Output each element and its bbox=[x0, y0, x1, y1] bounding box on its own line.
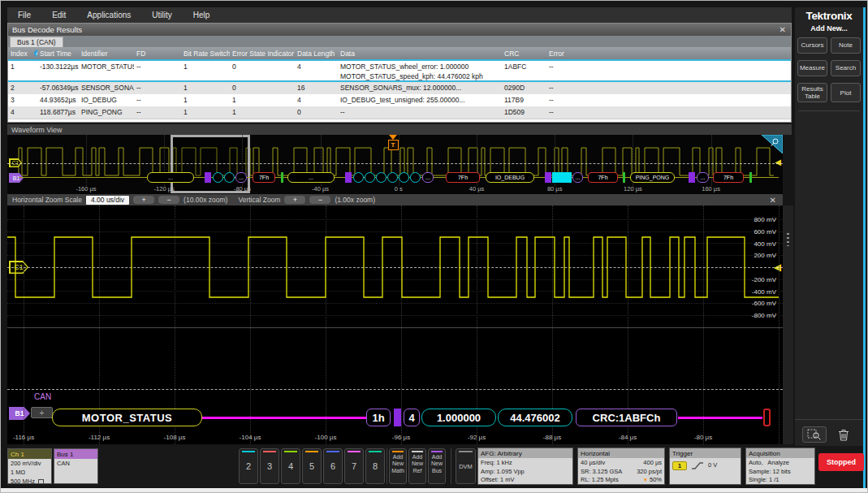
close-icon[interactable]: ✕ bbox=[779, 26, 786, 34]
grid-line bbox=[86, 135, 87, 186]
overview-packet-7fh: 7Fh bbox=[713, 172, 744, 183]
table-row[interactable] bbox=[8, 119, 791, 123]
channel-6-button[interactable]: 6 bbox=[323, 448, 343, 484]
overview-packet-segment bbox=[399, 172, 409, 183]
zoom-close-icon[interactable]: ✕ bbox=[770, 196, 776, 205]
menu-applications[interactable]: Applications bbox=[76, 7, 141, 23]
plot-button[interactable]: Plot bbox=[831, 83, 861, 102]
screen-edge-accent bbox=[863, 7, 866, 488]
trash-icon[interactable] bbox=[831, 426, 856, 443]
channel-color-stripe bbox=[348, 451, 361, 452]
channel-8-button[interactable]: 8 bbox=[365, 448, 385, 484]
overview-packet-segment bbox=[353, 172, 364, 183]
channel-7-button[interactable]: 7 bbox=[344, 448, 364, 484]
channel1-card[interactable]: Ch 1 200 mV/div1 MΩ500 MHz bbox=[7, 448, 52, 484]
trigger-position-marker[interactable]: T bbox=[387, 135, 399, 150]
channel-2-button[interactable]: 2 bbox=[239, 448, 258, 484]
scrollbar-grip-icon[interactable] bbox=[787, 233, 789, 246]
cell-data_length: 16 bbox=[295, 82, 338, 94]
search-button[interactable]: Search bbox=[831, 60, 861, 76]
column-header-data[interactable]: Data bbox=[338, 47, 502, 59]
bus-field-segment bbox=[202, 417, 366, 419]
cell-data_length: 4 bbox=[295, 94, 338, 106]
overview-packet-io-debug: IO_DEBUG bbox=[486, 172, 534, 183]
table-row[interactable]: 2-57.06349µsSENSOR_SONARS--1016SENSOR_SO… bbox=[8, 82, 791, 94]
column-header-error-state-indicator[interactable]: Error State Indicator bbox=[230, 47, 295, 59]
bottom-toolbar: Ch 1 200 mV/div1 MΩ500 MHz Bus 1 CAN AFG… bbox=[7, 446, 863, 487]
horizontal-panel[interactable]: Horizontal 40 µs/div400 µsSR: 3.125 GSA3… bbox=[577, 448, 665, 485]
acquisition-panel[interactable]: Acquisition Auto, AnalyzeSample: 12 bits… bbox=[745, 448, 815, 485]
column-header-index[interactable]: IndexA bbox=[8, 47, 37, 59]
zoomed-waveform-view[interactable]: C1 ◀ CAN B1 + 800 mV600 mV400 mV200 mV-2… bbox=[7, 205, 783, 444]
add-new-bus-button[interactable]: AddNewBus bbox=[428, 448, 446, 484]
acquisition-panel-title: Acquisition bbox=[746, 448, 814, 458]
overview-packet-segment bbox=[224, 172, 235, 183]
cell-start_time: -130.3122µs bbox=[37, 61, 79, 80]
dvm-button[interactable]: DVM bbox=[456, 448, 476, 484]
cell-crc: 117B9 bbox=[502, 94, 546, 106]
menu-utility[interactable]: Utility bbox=[141, 7, 182, 23]
table-row[interactable]: 1-130.3122µsMOTOR_STATUS--104MOTOR_STATU… bbox=[8, 59, 791, 82]
add-new-ref-button[interactable]: AddNewRef bbox=[408, 448, 426, 484]
column-header-crc[interactable]: CRC bbox=[502, 47, 546, 59]
sidebar-tools bbox=[795, 426, 863, 443]
cell-start_time: -57.06349µs bbox=[37, 82, 79, 94]
acquisition-setting: Sample: 12 bits bbox=[749, 468, 812, 477]
cursors-button[interactable]: Cursors bbox=[797, 37, 827, 54]
afg-setting: Freq: 1 kHz bbox=[481, 459, 570, 468]
channel-5-button[interactable]: 5 bbox=[302, 448, 322, 484]
channel-button-label: 5 bbox=[309, 461, 314, 471]
h-zoom-scale-value[interactable]: 4.00 us/div bbox=[86, 196, 129, 205]
trigger-panel[interactable]: Trigger 1 0 V bbox=[669, 448, 741, 485]
cell-crc: 1ABFC bbox=[502, 61, 546, 80]
overview-packet-: ... bbox=[697, 172, 709, 183]
overview-packet-7fh: 7Fh bbox=[253, 172, 275, 183]
column-header-data-length[interactable]: Data Length bbox=[295, 47, 338, 59]
table-row[interactable]: 344.93652µsIO_DEBUG--114IO_DEBUG_test_un… bbox=[8, 94, 791, 106]
results-table-button[interactable]: Results Table bbox=[797, 83, 827, 102]
overview-packet-segment bbox=[376, 172, 386, 183]
trigger-source-badge[interactable]: 1 bbox=[672, 461, 687, 470]
v-zoom-factor: (1.00x zoom) bbox=[335, 196, 375, 204]
overview-packet-segment bbox=[213, 172, 223, 183]
measure-button[interactable]: Measure bbox=[797, 60, 827, 76]
menu-help[interactable]: Help bbox=[183, 7, 221, 23]
zoom-select-button[interactable] bbox=[802, 426, 827, 443]
waveform-overview[interactable]: C1 B1 T ◀ ......7Fh......7FhIO_DEBUG...7… bbox=[7, 135, 783, 194]
cell-fd: -- bbox=[134, 82, 181, 94]
h-zoom-in-button[interactable]: + bbox=[133, 196, 154, 204]
column-header-fd[interactable]: FD bbox=[134, 47, 181, 59]
overview-time-tick: 40 µs bbox=[469, 185, 485, 192]
channel-3-button[interactable]: 3 bbox=[260, 448, 279, 484]
tab-bus1-can[interactable]: Bus 1 (CAN) bbox=[10, 37, 63, 47]
bus1-card[interactable]: Bus 1 CAN bbox=[54, 448, 98, 484]
trigger-t-icon: T bbox=[388, 140, 399, 150]
overview-packet-: ... bbox=[147, 172, 194, 183]
cell-start_time: 44.93652µs bbox=[37, 94, 79, 106]
add-new-math-button[interactable]: AddNewMath bbox=[389, 448, 407, 484]
v-zoom-in-button[interactable]: + bbox=[284, 196, 305, 204]
channel-4-button[interactable]: 4 bbox=[281, 448, 300, 484]
cell-bit_rate_switch: 1 bbox=[181, 94, 230, 106]
h-zoom-out-button[interactable]: − bbox=[158, 196, 179, 204]
stopped-button[interactable]: Stopped bbox=[818, 453, 864, 471]
overview-time-tick: 120 µs bbox=[624, 185, 642, 192]
overview-time-tick: 160 µs bbox=[702, 185, 720, 192]
note-button[interactable]: Note bbox=[831, 37, 861, 54]
column-header-error[interactable]: Error bbox=[546, 47, 791, 59]
vertical-scrollbar[interactable] bbox=[783, 205, 793, 444]
tektronix-logo: Tektronix bbox=[795, 10, 863, 22]
table-row[interactable]: 4118.6877µsPING_PONG--110--1D509-- bbox=[8, 106, 791, 119]
menu-edit[interactable]: Edit bbox=[41, 7, 76, 23]
channel-button-label: 6 bbox=[330, 461, 335, 471]
column-header-bit-rate-switch[interactable]: Bit Rate Switch bbox=[181, 47, 230, 59]
channel-button-label: 2 bbox=[246, 461, 251, 471]
column-header-identifier[interactable]: Identifier bbox=[79, 47, 134, 59]
v-zoom-out-button[interactable]: − bbox=[309, 196, 330, 204]
overview-ground-arrow-icon[interactable]: ◀ bbox=[775, 158, 781, 166]
cell-data: IO_DEBUG_test_unsigned: 255.00000... bbox=[338, 94, 502, 106]
column-header-start-time[interactable]: Start Time bbox=[37, 47, 79, 59]
search-mark-icon[interactable] bbox=[762, 135, 783, 157]
afg-panel[interactable]: AFG: Arbitrary Freq: 1 kHzAmp: 1.095 Vpp… bbox=[477, 448, 573, 485]
menu-file[interactable]: File bbox=[7, 7, 41, 23]
